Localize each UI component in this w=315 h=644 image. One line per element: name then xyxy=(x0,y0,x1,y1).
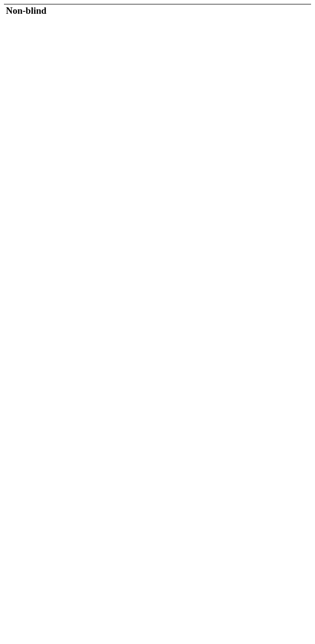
results-table: Non-blind xyxy=(4,4,311,17)
empty xyxy=(237,4,311,17)
section-title: Non-blind xyxy=(4,4,84,17)
empty xyxy=(84,4,163,17)
empty xyxy=(163,4,237,17)
